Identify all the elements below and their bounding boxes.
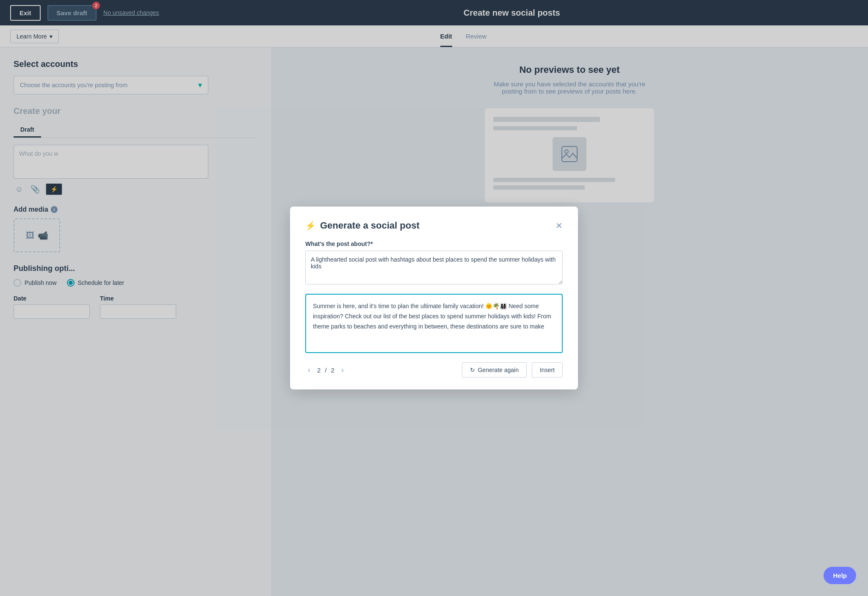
generated-text-box: Summer is here, and it's time to plan th… (305, 294, 563, 353)
pagination-next-button[interactable]: › (339, 365, 346, 375)
pagination-prev-button[interactable]: ‹ (305, 365, 313, 375)
pagination-separator: / (325, 367, 326, 374)
modal-footer: ‹ 2 / 2 › ↻ Generate again Insert (305, 362, 563, 378)
topic-textarea[interactable]: A lighthearted social post with hashtags… (305, 251, 563, 284)
lightning-icon: ⚡ (305, 221, 316, 231)
topic-label: What's the post about?* (305, 240, 563, 247)
help-button[interactable]: Help (824, 567, 856, 584)
refresh-icon: ↻ (470, 367, 475, 373)
pagination-current: 2 (317, 367, 321, 374)
generate-social-post-modal: ⚡ Generate a social post ✕ What's the po… (290, 207, 578, 389)
modal-title: ⚡ Generate a social post (305, 220, 420, 231)
modal-header: ⚡ Generate a social post ✕ (305, 220, 563, 231)
generate-again-button[interactable]: ↻ Generate again (462, 362, 527, 378)
modal-overlay[interactable]: ⚡ Generate a social post ✕ What's the po… (0, 0, 868, 596)
pagination-total: 2 (331, 367, 334, 374)
pagination: ‹ 2 / 2 › (305, 365, 346, 375)
insert-button[interactable]: Insert (532, 362, 563, 378)
modal-actions: ↻ Generate again Insert (462, 362, 563, 378)
generate-again-label: Generate again (478, 367, 519, 373)
modal-close-button[interactable]: ✕ (556, 221, 563, 230)
